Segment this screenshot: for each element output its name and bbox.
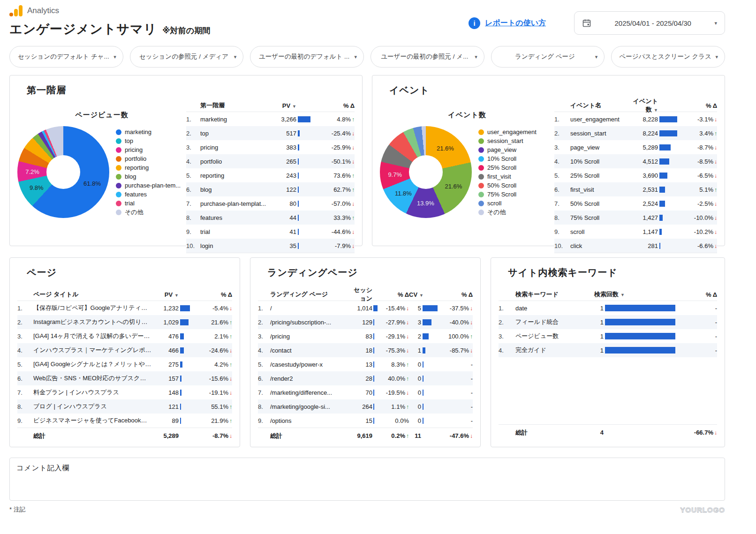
chevron-down-icon: ▾ xyxy=(113,54,116,60)
arrow-down-icon: ↓ xyxy=(714,201,717,207)
top-panels-row: 第一階層 ページビュー数 61.8%9.8%7.2% marketingtopp… xyxy=(9,75,725,246)
row-label: /pricing xyxy=(270,333,350,340)
delta-value: - xyxy=(715,305,717,312)
legend-label: 25% Scroll xyxy=(487,164,516,171)
events-chart-block: イベント数 21.6%21.6%13.9%11.8%9.7% user_enga… xyxy=(380,99,554,239)
arrow-up-icon: ↑ xyxy=(714,187,717,193)
data-bar xyxy=(604,347,679,353)
row-cv: 5 xyxy=(409,305,421,312)
data-bar xyxy=(296,158,318,165)
row-label: /marketing/difference... xyxy=(270,389,350,396)
row-label: 10% Scroll xyxy=(570,158,628,165)
panel-title: イベント xyxy=(389,84,717,97)
row-label: /contact xyxy=(270,347,350,354)
row-value: 2,524 xyxy=(628,200,658,207)
delta-value: -75.3% xyxy=(386,347,405,354)
data-bar xyxy=(421,319,439,325)
title-line: エンゲージメントサマリ ※対前の期間 xyxy=(9,21,210,38)
delta-value: 55.1% xyxy=(211,403,228,410)
data-bar xyxy=(296,229,318,235)
delta-cell: 55.1%↑ xyxy=(196,403,232,410)
legend-dot xyxy=(116,138,121,144)
data-bar xyxy=(421,333,439,339)
row-value: 3,266 xyxy=(269,116,296,123)
legend-dot xyxy=(478,201,484,206)
arrow-down-icon: ↓ xyxy=(352,201,355,207)
data-bar xyxy=(658,215,679,221)
table-row: 3.ページビュー数1- xyxy=(499,329,717,343)
arrow-down-icon: ↓ xyxy=(229,433,232,439)
arrow-down-icon: ↓ xyxy=(352,144,355,151)
delta-value: -10.2% xyxy=(694,228,713,235)
chevron-down-icon: ▾ xyxy=(234,54,237,60)
column-header[interactable]: PV▼ xyxy=(153,291,179,298)
delta-cell: -3.1%↓ xyxy=(679,116,717,123)
data-bar xyxy=(421,418,439,424)
delta-cell: -8.7%↓ xyxy=(679,144,717,151)
legend-item: scroll xyxy=(478,199,537,208)
delta-value: 1.1% xyxy=(391,403,405,410)
row-value: 148 xyxy=(153,389,179,396)
row-number: 1. xyxy=(499,305,515,312)
filter-dropdown-2[interactable]: セッションの参照元 / メディア▾ xyxy=(130,46,244,68)
delta-cell: - xyxy=(679,347,717,354)
table-row: 7./marketing/difference...70-19.5%↓0- xyxy=(258,385,473,399)
row-number: 5. xyxy=(258,361,270,368)
report-help-link[interactable]: レポートの使い方 xyxy=(485,18,546,28)
data-bar xyxy=(179,333,196,339)
filter-dropdown-1[interactable]: セッションのデフォルト チャ...▾ xyxy=(9,46,123,68)
filter-dropdown-4[interactable]: ユーザーの最初の参照元 / メ...▾ xyxy=(370,46,484,68)
legend-item: blog xyxy=(116,172,181,181)
row-label: 50% Scroll xyxy=(570,200,628,207)
row-label: /pricing/subscription-... xyxy=(270,319,350,326)
row-number: 4. xyxy=(554,158,570,165)
column-header[interactable]: PV▼ xyxy=(269,102,296,109)
pie-slice-label: 21.6% xyxy=(445,182,462,189)
data-bar xyxy=(296,130,318,136)
date-range-picker[interactable]: 2025/04/01 - 2025/04/30 ▾ xyxy=(574,11,725,35)
legend-item: 75% Scroll xyxy=(478,190,537,199)
table-row: 9.scroll1,147-10.2%↓ xyxy=(554,225,717,239)
table-row: 4.portfolio265-50.1%↓ xyxy=(186,154,355,168)
legend-item: user_engagement xyxy=(478,128,537,136)
row-value: 8,224 xyxy=(628,130,658,137)
column-header[interactable]: 検索回数▼ xyxy=(594,290,679,299)
row-cv: 0 xyxy=(409,417,421,424)
column-header[interactable]: イベント数▼ xyxy=(628,97,658,114)
filter-dropdown-6[interactable]: ページパスとスクリーン クラス▾ xyxy=(611,46,725,68)
delta-value: -57.0% xyxy=(332,200,351,207)
calendar-icon xyxy=(582,18,591,28)
delta-value: -6.6% xyxy=(697,242,713,249)
data-bar xyxy=(658,229,679,235)
delta-value: 33.3% xyxy=(333,214,351,221)
legend-item: trial xyxy=(116,199,181,208)
delta-value: -7.9% xyxy=(335,242,351,249)
delta-value: 0.0% xyxy=(395,417,409,424)
delta-cell: -19.5%↓ xyxy=(378,389,409,396)
legend-dot xyxy=(478,129,484,135)
events-table: イベント名イベント数▼% Δ1.user_engagement8,228-3.1… xyxy=(554,99,717,239)
table-row: 9.trial41-44.6%↓ xyxy=(186,225,355,239)
table-row: 3.[GA4] 14ヶ月で消える？誤解の多いデータ...4762.1%↑ xyxy=(17,329,232,343)
row-value: 4,512 xyxy=(628,158,658,165)
row-label: click xyxy=(570,242,628,249)
data-bar xyxy=(179,418,196,424)
filter-label: ランディング ページ xyxy=(491,53,605,61)
filter-dropdown-3[interactable]: ユーザーの最初のデフォルト ...▾ xyxy=(250,46,364,68)
legend-label: 10% Scroll xyxy=(487,155,516,162)
legend-label: marketing xyxy=(125,128,151,135)
delta-cell: - xyxy=(439,389,473,396)
brand-label: Analytics xyxy=(27,6,59,15)
column-header: セッション xyxy=(350,286,372,303)
comment-box[interactable]: コメント記入欄 xyxy=(9,458,725,501)
column-header[interactable]: CV▼ xyxy=(409,291,421,298)
filter-dropdown-5[interactable]: ランディング ページ▾ xyxy=(491,46,605,68)
legend-item: その他 xyxy=(116,208,181,217)
table-row: 4.完全ガイド1- xyxy=(499,343,717,357)
table-row: 6.first_visit2,5315.1%↑ xyxy=(554,182,717,196)
delta-cell: 4.2%↑ xyxy=(196,361,232,368)
row-label: /casestudy/power-x xyxy=(270,361,350,368)
total-value: 4 xyxy=(594,429,604,436)
data-bar xyxy=(179,347,196,353)
delta-cell: -6.5%↓ xyxy=(679,172,717,179)
